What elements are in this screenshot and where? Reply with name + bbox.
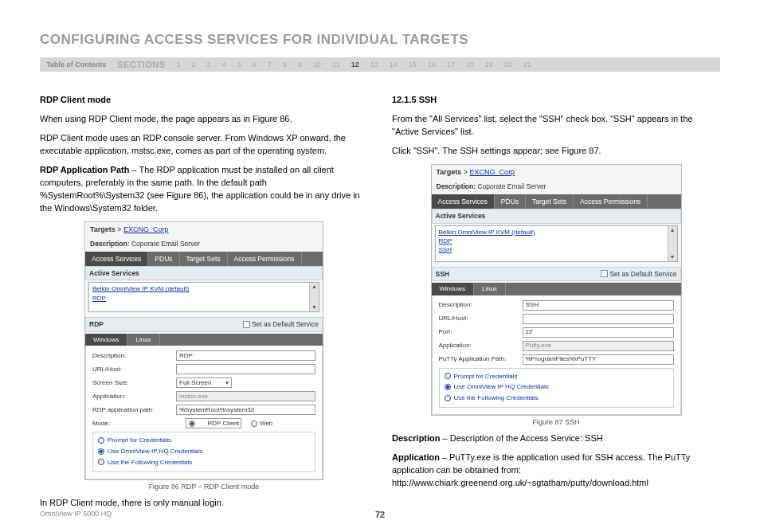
subtab-windows[interactable]: Windows — [432, 283, 474, 295]
fig87-active-services-list[interactable]: Belkin OmniView IP KVM (default) RDP SSH… — [435, 225, 678, 262]
fig86-set-default-checkbox[interactable]: Set as Default Service — [243, 319, 319, 329]
toc-link[interactable]: Table of Contents — [46, 61, 106, 68]
section-12[interactable]: 12 — [351, 61, 359, 68]
section-15[interactable]: 15 — [409, 61, 417, 68]
fig86-item-kvm[interactable]: Belkin OmniView IP KVM (default) — [92, 284, 315, 293]
fig87-breadcrumb-target[interactable]: EXCNG_Corp — [470, 168, 515, 176]
fig87-cred-following[interactable]: Use the Following Credentials — [445, 393, 668, 403]
section-20[interactable]: 20 — [504, 61, 512, 68]
fig87-cred-prompt[interactable]: Prompt for Credentials — [445, 372, 668, 381]
page-number: 72 — [375, 510, 385, 519]
fig86-subtabs: Windows Linux — [85, 334, 323, 346]
fig86-mode-label: Mode: — [92, 419, 176, 428]
tab-target-sets[interactable]: Target Sets — [180, 252, 228, 266]
fig86-screen-label: Screen Size: — [92, 378, 176, 388]
scroll-down-icon[interactable]: ▼ — [670, 253, 676, 261]
fig86-breadcrumb-root[interactable]: Targets — [90, 225, 116, 233]
fig86-cred-following[interactable]: Use the Following Credentials — [98, 458, 310, 467]
fig86-mode-rdpclient[interactable]: RDP Client — [186, 418, 241, 428]
left-p3: RDP Application Path – The RDP applicati… — [40, 164, 368, 215]
section-11[interactable]: 11 — [332, 61, 340, 68]
fig86-cred-omniview[interactable]: Use OmniView IP HQ Credentials — [98, 447, 310, 456]
section-7[interactable]: 7 — [268, 61, 272, 68]
product-name: OmniView IP 5000 HQ — [40, 510, 112, 518]
figure-86: Targets > EXCNG_Corp Description: Copora… — [84, 221, 323, 481]
fig86-description-line: Description: Coporate Email Server — [85, 237, 323, 252]
section-18[interactable]: 18 — [466, 61, 474, 68]
fig87-item-kvm[interactable]: Belkin OmniView IP KVM (default) — [439, 228, 674, 237]
subtab-windows[interactable]: Windows — [85, 334, 127, 346]
page-title: CONFIGURING ACCESS SERVICES FOR INDIVIDU… — [40, 32, 720, 48]
section-13[interactable]: 13 — [370, 61, 378, 68]
fig87-item-rdp[interactable]: RDP — [439, 237, 674, 245]
fig86-mode-web[interactable]: Web — [251, 419, 272, 428]
right-app: Application – PuTTy.exe is the applicati… — [392, 452, 720, 490]
fig87-url-label: URL/Host: — [439, 314, 523, 323]
fig87-credentials: Prompt for Credentials Use OmniView IP H… — [439, 368, 674, 409]
fig86-screen-select[interactable]: Full Screen▼ — [176, 377, 232, 388]
fig86-url-input[interactable] — [176, 364, 315, 374]
fig87-desc-label: Description: — [439, 300, 523, 310]
fig86-breadcrumb-target[interactable]: EXCNG_Corp — [123, 225, 169, 233]
section-4[interactable]: 4 — [222, 61, 226, 68]
right-p1: From the "All Services" list, select the… — [392, 113, 720, 139]
fig87-port-input[interactable]: 22 — [523, 327, 674, 338]
fig86-desc-label: Description: — [92, 351, 176, 361]
tab-access-services[interactable]: Access Services — [432, 194, 495, 209]
section-21[interactable]: 21 — [523, 61, 531, 68]
chevron-down-icon: ▼ — [225, 380, 229, 387]
left-p2: RDP Client mode uses an RDP console serv… — [40, 132, 368, 158]
fig86-form: Description:RDP URL/Host: Screen Size:Fu… — [85, 346, 323, 479]
section-9[interactable]: 9 — [298, 61, 302, 68]
section-14[interactable]: 14 — [390, 61, 398, 68]
rdp-app-path-label: RDP Application Path — [40, 165, 129, 174]
fig86-item-rdp[interactable]: RDP — [92, 294, 315, 303]
fig87-cred-omniview[interactable]: Use OmniView IP HQ Credentials — [445, 382, 668, 392]
fig86-cred-prompt[interactable]: Prompt for Credentials — [98, 436, 310, 445]
tab-target-sets[interactable]: Target Sets — [526, 194, 574, 209]
section-16[interactable]: 16 — [428, 61, 436, 68]
section-2[interactable]: 2 — [192, 61, 196, 68]
scrollbar[interactable]: ▲▼ — [309, 283, 319, 311]
application-label: Application — [392, 452, 440, 462]
fig86-service-name: RDP — [89, 319, 104, 329]
fig87-desc-input[interactable]: SSH — [523, 300, 674, 311]
section-10[interactable]: 10 — [313, 61, 321, 68]
fig87-url-input[interactable] — [523, 314, 674, 324]
tab-access-services[interactable]: Access Services — [85, 252, 148, 266]
fig87-breadcrumb-root[interactable]: Targets — [437, 168, 462, 176]
page-footer: OmniView IP 5000 HQ 72 — [40, 510, 720, 518]
tab-pdus[interactable]: PDUs — [148, 252, 179, 266]
fig87-tabs: Access Services PDUs Target Sets Access … — [432, 194, 681, 209]
fig87-path-input[interactable]: %ProgramFiles%\PuTTY — [523, 354, 674, 365]
subtab-linux[interactable]: Linux — [127, 334, 159, 346]
fig87-set-default-checkbox[interactable]: Set as Default Service — [601, 269, 676, 279]
tab-access-permissions[interactable]: Access Permissions — [574, 194, 648, 209]
section-3[interactable]: 3 — [207, 61, 211, 68]
section-17[interactable]: 17 — [447, 61, 455, 68]
fig86-active-services-list[interactable]: Belkin OmniView IP KVM (default) RDP ▲▼ — [88, 282, 319, 312]
fig86-desc-input[interactable]: RDP — [176, 350, 315, 361]
right-column: 12.1.5 SSH From the "All Services" list,… — [392, 94, 720, 516]
fig86-url-label: URL/Host: — [92, 365, 176, 374]
subtab-linux[interactable]: Linux — [474, 283, 506, 295]
fig87-breadcrumb: Targets > EXCNG_Corp — [432, 165, 681, 180]
scroll-down-icon[interactable]: ▼ — [311, 303, 317, 311]
fig87-app-input: Putty.exe — [523, 341, 674, 351]
fig87-item-ssh[interactable]: SSH — [439, 245, 674, 254]
section-8[interactable]: 8 — [283, 61, 287, 68]
tab-access-permissions[interactable]: Access Permissions — [228, 252, 302, 266]
section-1[interactable]: 1 — [177, 61, 181, 68]
radio-icon — [445, 384, 451, 390]
tab-pdus[interactable]: PDUs — [495, 194, 526, 209]
scroll-up-icon[interactable]: ▲ — [311, 283, 317, 291]
section-6[interactable]: 6 — [253, 61, 257, 68]
section-5[interactable]: 5 — [237, 61, 241, 68]
scroll-up-icon[interactable]: ▲ — [670, 226, 676, 234]
section-19[interactable]: 19 — [485, 61, 493, 68]
fig86-path-input[interactable]: %SystemRoot%\system32 — [176, 405, 315, 415]
fig86-path-label: RDP application path: — [92, 405, 176, 415]
left-p4: In RDP Client mode, there is only manual… — [40, 497, 368, 510]
description-text: – Description of the Access Service: SSH — [441, 433, 603, 443]
scrollbar[interactable]: ▲▼ — [668, 226, 677, 261]
